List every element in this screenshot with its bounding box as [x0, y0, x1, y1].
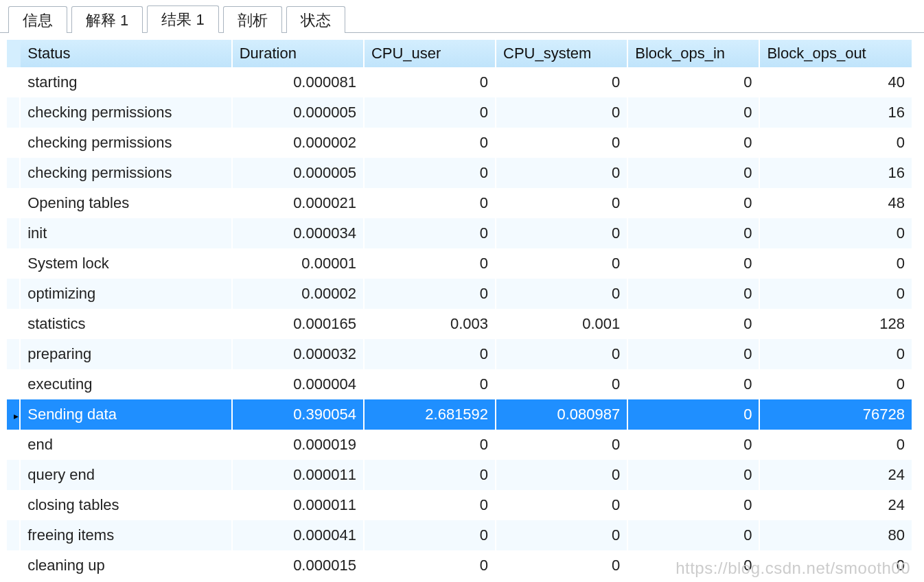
cell-cpu_user[interactable]: 0 [365, 430, 496, 460]
cell-cpu_system[interactable]: 0 [496, 430, 628, 460]
tab-status[interactable]: 状态 [286, 6, 345, 33]
table-row[interactable]: starting0.00008100040 [7, 67, 913, 97]
cell-duration[interactable]: 0.000011 [233, 490, 365, 520]
cell-cpu_user[interactable]: 0 [365, 369, 496, 399]
cell-status[interactable]: executing [21, 369, 233, 399]
cell-block_ops_out[interactable]: 16 [760, 97, 913, 128]
cell-block_ops_out[interactable]: 0 [760, 279, 913, 309]
cell-cpu_user[interactable]: 0 [365, 550, 496, 581]
cell-cpu_system[interactable]: 0 [496, 67, 628, 97]
cell-duration[interactable]: 0.000041 [233, 520, 365, 550]
table-row[interactable]: freeing items0.00004100080 [7, 520, 913, 550]
cell-block_ops_in[interactable]: 0 [628, 279, 760, 309]
table-row[interactable]: cleaning up0.0000150000 [7, 550, 913, 581]
cell-block_ops_in[interactable]: 0 [628, 369, 760, 399]
cell-block_ops_in[interactable]: 0 [628, 399, 760, 430]
cell-status[interactable]: starting [21, 67, 233, 97]
cell-duration[interactable]: 0.390054 [233, 399, 365, 430]
cell-block_ops_in[interactable]: 0 [628, 97, 760, 128]
cell-cpu_user[interactable]: 0 [365, 248, 496, 279]
cell-duration[interactable]: 0.00002 [233, 279, 365, 309]
cell-block_ops_out[interactable]: 48 [760, 188, 913, 218]
cell-duration[interactable]: 0.000019 [233, 430, 365, 460]
cell-block_ops_out[interactable]: 0 [760, 369, 913, 399]
cell-cpu_user[interactable]: 0 [365, 460, 496, 490]
cell-status[interactable]: optimizing [21, 279, 233, 309]
cell-block_ops_out[interactable]: 0 [760, 128, 913, 158]
table-row[interactable]: preparing0.0000320000 [7, 339, 913, 369]
tab-result-1[interactable]: 结果 1 [147, 5, 218, 33]
result-grid[interactable]: Status Duration CPU_user CPU_system Bloc… [7, 40, 913, 581]
cell-cpu_user[interactable]: 0 [365, 339, 496, 369]
cell-block_ops_out[interactable]: 0 [760, 218, 913, 248]
cell-block_ops_out[interactable]: 128 [760, 309, 913, 339]
cell-cpu_system[interactable]: 0 [496, 188, 628, 218]
cell-status[interactable]: checking permissions [21, 158, 233, 188]
cell-cpu_user[interactable]: 0 [365, 218, 496, 248]
tab-profile[interactable]: 剖析 [223, 6, 282, 33]
cell-cpu_system[interactable]: 0 [496, 218, 628, 248]
col-header-block-ops-in[interactable]: Block_ops_in [628, 40, 760, 67]
cell-duration[interactable]: 0.000081 [233, 67, 365, 97]
cell-duration[interactable]: 0.000004 [233, 369, 365, 399]
cell-block_ops_out[interactable]: 80 [760, 520, 913, 550]
table-row[interactable]: checking permissions0.00000500016 [7, 158, 913, 188]
cell-status[interactable]: statistics [21, 309, 233, 339]
table-row[interactable]: Sending data0.3900542.6815920.0809870767… [7, 399, 913, 430]
cell-cpu_system[interactable]: 0 [496, 279, 628, 309]
cell-cpu_user[interactable]: 0 [365, 128, 496, 158]
cell-cpu_user[interactable]: 0 [365, 188, 496, 218]
cell-status[interactable]: cleaning up [21, 550, 233, 581]
cell-status[interactable]: init [21, 218, 233, 248]
cell-duration[interactable]: 0.000005 [233, 158, 365, 188]
cell-status[interactable]: checking permissions [21, 97, 233, 128]
cell-cpu_system[interactable]: 0.001 [496, 309, 628, 339]
cell-status[interactable]: Sending data [21, 399, 233, 430]
cell-cpu_user[interactable]: 0 [365, 279, 496, 309]
cell-block_ops_in[interactable]: 0 [628, 128, 760, 158]
cell-cpu_system[interactable]: 0 [496, 128, 628, 158]
cell-status[interactable]: closing tables [21, 490, 233, 520]
cell-cpu_user[interactable]: 0 [365, 67, 496, 97]
table-row[interactable]: closing tables0.00001100024 [7, 490, 913, 520]
cell-block_ops_out[interactable]: 0 [760, 430, 913, 460]
cell-block_ops_in[interactable]: 0 [628, 188, 760, 218]
cell-status[interactable]: preparing [21, 339, 233, 369]
cell-cpu_system[interactable]: 0 [496, 339, 628, 369]
col-header-status[interactable]: Status [21, 40, 233, 67]
cell-block_ops_out[interactable]: 76728 [760, 399, 913, 430]
cell-duration[interactable]: 0.000165 [233, 309, 365, 339]
table-row[interactable]: executing0.0000040000 [7, 369, 913, 399]
cell-cpu_user[interactable]: 0 [365, 97, 496, 128]
cell-cpu_system[interactable]: 0 [496, 248, 628, 279]
cell-block_ops_in[interactable]: 0 [628, 67, 760, 97]
table-row[interactable]: Opening tables0.00002100048 [7, 188, 913, 218]
cell-block_ops_in[interactable]: 0 [628, 158, 760, 188]
cell-duration[interactable]: 0.00001 [233, 248, 365, 279]
table-row[interactable]: query end0.00001100024 [7, 460, 913, 490]
cell-status[interactable]: Opening tables [21, 188, 233, 218]
col-header-block-ops-out[interactable]: Block_ops_out [760, 40, 913, 67]
cell-cpu_user[interactable]: 2.681592 [365, 399, 496, 430]
cell-block_ops_out[interactable]: 0 [760, 339, 913, 369]
cell-block_ops_in[interactable]: 0 [628, 490, 760, 520]
cell-status[interactable]: System lock [21, 248, 233, 279]
table-row[interactable]: optimizing0.000020000 [7, 279, 913, 309]
cell-cpu_user[interactable]: 0 [365, 490, 496, 520]
cell-cpu_system[interactable]: 0 [496, 97, 628, 128]
cell-block_ops_out[interactable]: 24 [760, 460, 913, 490]
cell-status[interactable]: freeing items [21, 520, 233, 550]
cell-cpu_system[interactable]: 0 [496, 460, 628, 490]
cell-status[interactable]: checking permissions [21, 128, 233, 158]
table-row[interactable]: statistics0.0001650.0030.0010128 [7, 309, 913, 339]
cell-block_ops_out[interactable]: 0 [760, 550, 913, 581]
cell-duration[interactable]: 0.000015 [233, 550, 365, 581]
col-header-duration[interactable]: Duration [233, 40, 365, 67]
cell-block_ops_in[interactable]: 0 [628, 309, 760, 339]
table-row[interactable]: checking permissions0.00000500016 [7, 97, 913, 128]
cell-cpu_system[interactable]: 0 [496, 369, 628, 399]
cell-duration[interactable]: 0.000002 [233, 128, 365, 158]
cell-block_ops_out[interactable]: 40 [760, 67, 913, 97]
cell-cpu_user[interactable]: 0 [365, 520, 496, 550]
cell-cpu_user[interactable]: 0 [365, 158, 496, 188]
